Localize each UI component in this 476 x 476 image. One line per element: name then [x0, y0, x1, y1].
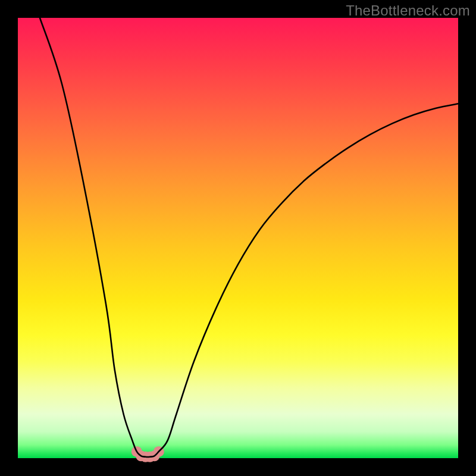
chart-frame: TheBottleneck.com — [0, 0, 476, 476]
bottleneck-curve — [40, 18, 458, 457]
plot-area — [18, 18, 458, 458]
curve-layer — [18, 18, 458, 458]
watermark-text: TheBottleneck.com — [346, 2, 470, 19]
min-marker — [131, 446, 164, 462]
